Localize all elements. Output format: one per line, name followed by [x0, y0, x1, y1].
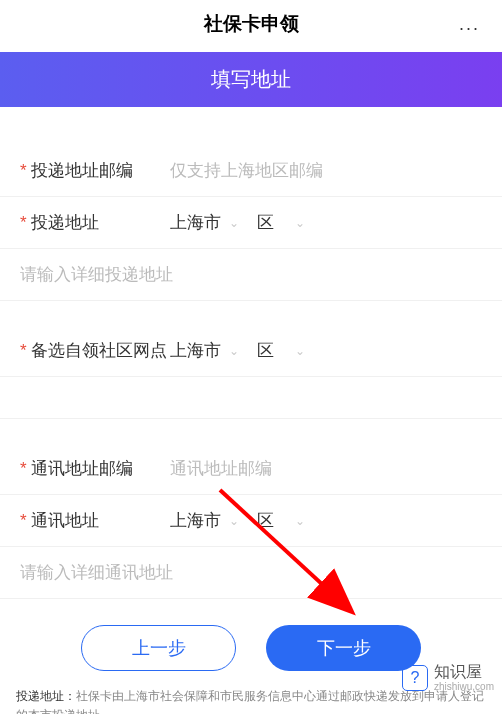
contact-addr-row: *通讯地址 上海市⌄ 区⌄ — [0, 495, 502, 547]
pickup-city-select[interactable]: 上海市⌄ — [170, 339, 251, 362]
contact-zip-row: *通讯地址邮编 通讯地址邮编 — [0, 443, 502, 495]
watermark: ? 知识屋 zhishiwu.com — [402, 663, 494, 692]
contact-district-select[interactable]: 区⌄ — [257, 509, 317, 532]
watermark-url: zhishiwu.com — [434, 681, 494, 692]
contact-city-select[interactable]: 上海市⌄ — [170, 509, 251, 532]
header: 社保卡申领 ... — [0, 0, 502, 48]
more-icon[interactable]: ... — [459, 14, 480, 35]
contact-detail-input[interactable]: 请输入详细通讯地址 — [0, 547, 502, 599]
delivery-zip-row: *投递地址邮编 仅支持上海地区邮编 — [0, 145, 502, 197]
next-button[interactable]: 下一步 — [266, 625, 421, 671]
step-banner: 填写地址 — [0, 52, 502, 107]
delivery-district-select[interactable]: 区⌄ — [257, 211, 317, 234]
page-title: 社保卡申领 — [204, 11, 299, 37]
chevron-down-icon: ⌄ — [229, 514, 239, 528]
pickup-point-label: *备选自领社区网点 — [20, 339, 170, 362]
watermark-name: 知识屋 — [434, 663, 494, 681]
chevron-down-icon: ⌄ — [295, 216, 305, 230]
chevron-down-icon: ⌄ — [295, 514, 305, 528]
chevron-down-icon: ⌄ — [295, 344, 305, 358]
footer-label-1: 投递地址： — [16, 689, 76, 703]
contact-addr-label: *通讯地址 — [20, 509, 170, 532]
delivery-city-select[interactable]: 上海市⌄ — [170, 211, 251, 234]
contact-zip-input[interactable]: 通讯地址邮编 — [170, 457, 482, 480]
delivery-zip-input[interactable]: 仅支持上海地区邮编 — [170, 159, 482, 182]
pickup-point-row: *备选自领社区网点 上海市⌄ 区⌄ — [0, 325, 502, 377]
delivery-addr-label: *投递地址 — [20, 211, 170, 234]
chevron-down-icon: ⌄ — [229, 216, 239, 230]
delivery-detail-input[interactable]: 请输入详细投递地址 — [0, 249, 502, 301]
contact-zip-label: *通讯地址邮编 — [20, 457, 170, 480]
chevron-down-icon: ⌄ — [229, 344, 239, 358]
delivery-addr-row: *投递地址 上海市⌄ 区⌄ — [0, 197, 502, 249]
pickup-district-select[interactable]: 区⌄ — [257, 339, 317, 362]
watermark-logo-icon: ? — [402, 665, 428, 691]
delivery-zip-label: *投递地址邮编 — [20, 159, 170, 182]
prev-button[interactable]: 上一步 — [81, 625, 236, 671]
